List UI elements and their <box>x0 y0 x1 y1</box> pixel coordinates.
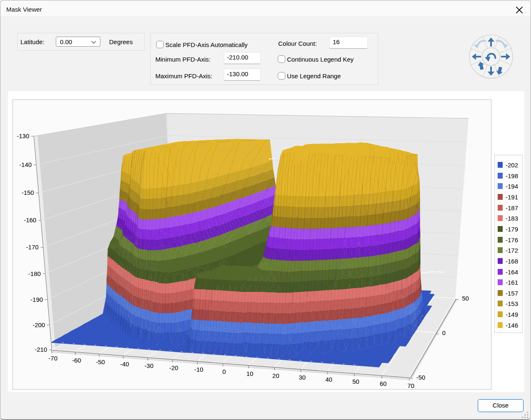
svg-text:-180: -180 <box>28 270 41 277</box>
svg-text:10: 10 <box>246 370 253 377</box>
svg-text:-10: -10 <box>194 366 203 373</box>
svg-text:-60: -60 <box>72 357 81 364</box>
svg-text:-20: -20 <box>169 364 178 371</box>
svg-text:-200: -200 <box>32 321 45 328</box>
svg-text:-70: -70 <box>48 355 57 362</box>
svg-text:-160: -160 <box>24 216 36 224</box>
svg-text:-190: -190 <box>30 296 43 303</box>
svg-text:-50: -50 <box>416 374 426 381</box>
svg-text:40: 40 <box>325 376 332 383</box>
svg-text:-30: -30 <box>145 362 154 369</box>
svg-text:-140: -140 <box>19 161 32 168</box>
svg-text:20: 20 <box>272 372 279 379</box>
svg-text:70: 70 <box>407 382 414 389</box>
svg-text:-130: -130 <box>17 132 29 139</box>
svg-text:60: 60 <box>380 380 387 387</box>
svg-text:0: 0 <box>222 368 226 375</box>
svg-text:-170: -170 <box>26 244 39 251</box>
svg-text:-150: -150 <box>22 189 34 196</box>
svg-text:30: 30 <box>299 374 306 381</box>
svg-text:50: 50 <box>352 378 359 385</box>
svg-text:50: 50 <box>462 295 469 302</box>
svg-text:-40: -40 <box>120 360 129 368</box>
svg-text:-210: -210 <box>35 346 47 353</box>
svg-text:-50: -50 <box>96 358 105 365</box>
svg-text:0: 0 <box>442 329 446 336</box>
